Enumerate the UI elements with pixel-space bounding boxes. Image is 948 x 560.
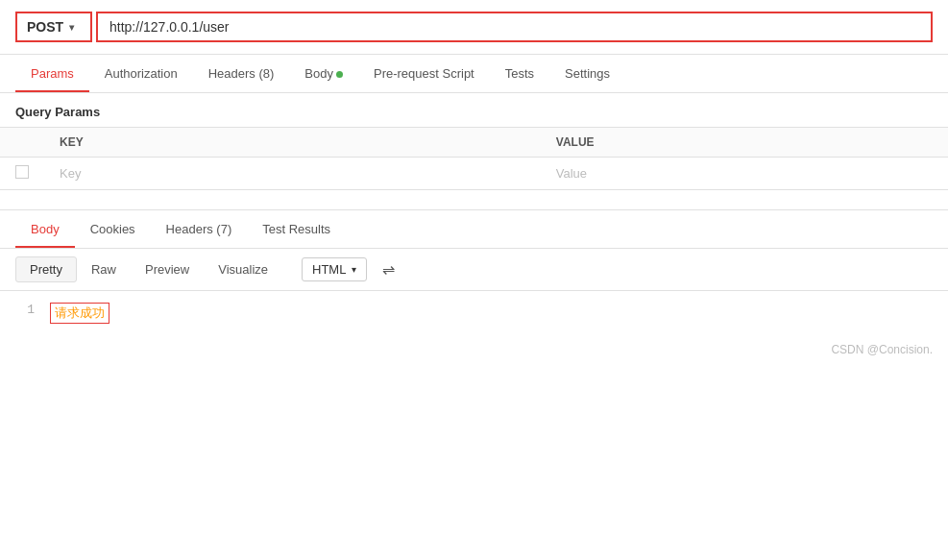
- format-pretty[interactable]: Pretty: [15, 256, 77, 282]
- method-label: POST: [27, 19, 63, 35]
- code-area: 1 请求成功: [0, 291, 948, 335]
- response-tabs: Body Cookies Headers (7) Test Results: [0, 210, 948, 249]
- url-bar: POST ▾: [0, 0, 948, 55]
- tab-tests[interactable]: Tests: [490, 55, 549, 92]
- key-col-header: KEY: [44, 128, 541, 158]
- format-visualize[interactable]: Visualize: [204, 256, 282, 282]
- tab-body[interactable]: Body: [289, 55, 358, 92]
- format-preview[interactable]: Preview: [131, 256, 204, 282]
- tab-response-body[interactable]: Body: [15, 210, 75, 248]
- tab-settings[interactable]: Settings: [549, 55, 625, 92]
- row-checkbox[interactable]: [0, 158, 44, 190]
- format-row: Pretty Raw Preview Visualize HTML ▾ ⇌: [0, 249, 948, 291]
- tab-authorization[interactable]: Authorization: [89, 55, 193, 92]
- format-raw[interactable]: Raw: [77, 256, 131, 282]
- key-cell[interactable]: Key: [44, 158, 541, 190]
- response-text: 请求成功: [50, 303, 109, 324]
- language-label: HTML: [312, 262, 346, 277]
- checkbox-icon[interactable]: [15, 165, 29, 179]
- language-selector[interactable]: HTML ▾: [302, 257, 367, 281]
- watermark: CSDN @Concision.: [0, 335, 948, 368]
- value-col-header: VALUE: [541, 128, 948, 158]
- url-input[interactable]: [96, 12, 933, 42]
- line-numbers: 1: [15, 303, 35, 324]
- method-selector[interactable]: POST ▾: [15, 12, 92, 42]
- language-chevron-icon: ▾: [352, 264, 356, 275]
- method-chevron-icon: ▾: [69, 22, 74, 33]
- tab-test-results[interactable]: Test Results: [247, 210, 346, 248]
- query-params-title: Query Params: [0, 93, 948, 127]
- tab-pre-request-script[interactable]: Pre-request Script: [358, 55, 490, 92]
- code-content: 请求成功: [50, 303, 933, 324]
- body-dot-indicator: [336, 71, 343, 78]
- wrap-icon[interactable]: ⇌: [377, 256, 401, 282]
- request-tabs: Params Authorization Headers (8) Body Pr…: [0, 55, 948, 93]
- params-table: KEY VALUE Key Value: [0, 127, 948, 190]
- value-cell[interactable]: Value: [541, 158, 948, 190]
- table-row: Key Value: [0, 158, 948, 190]
- tab-params[interactable]: Params: [15, 55, 89, 92]
- tab-headers[interactable]: Headers (8): [193, 55, 290, 92]
- checkbox-col-header: [0, 128, 44, 158]
- tab-cookies[interactable]: Cookies: [75, 210, 151, 248]
- tab-response-headers[interactable]: Headers (7): [151, 210, 248, 248]
